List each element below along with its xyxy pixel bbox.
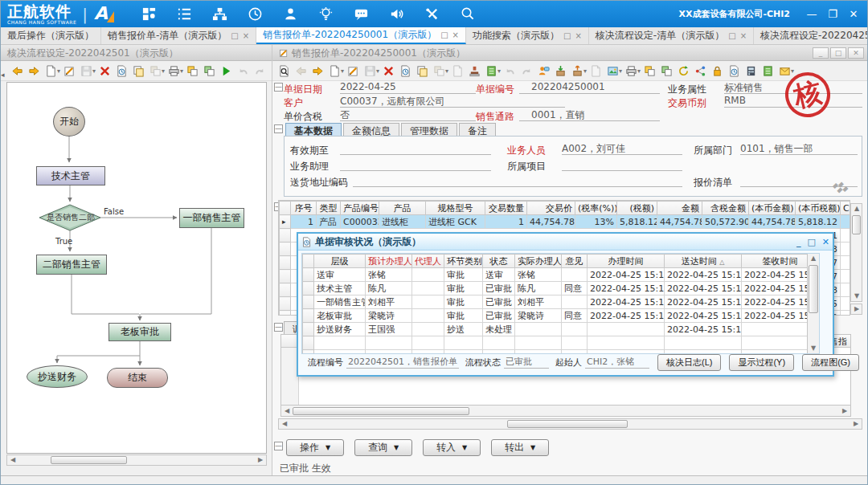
- dialog-title-bar[interactable]: 单据审核状况（演示版） _ □ ✕: [298, 234, 833, 251]
- scroll-right-icon[interactable]: ▶: [850, 419, 862, 429]
- search-icon[interactable]: [450, 4, 485, 25]
- tab-quote-document[interactable]: 销售报价单-202204250001（演示版）□×: [256, 27, 466, 44]
- tab-close-icon[interactable]: ×: [452, 31, 459, 39]
- child-close-icon[interactable]: ✕: [848, 47, 864, 59]
- tab-last-operation[interactable]: 最后操作（演示版）: [1, 27, 101, 44]
- flow-node-tech-supervisor[interactable]: 技术主管: [36, 166, 105, 185]
- panel-hscrollbar[interactable]: ◀ ▶: [278, 418, 862, 430]
- doc-no-field[interactable]: 202204250001: [531, 81, 660, 94]
- edit-icon[interactable]: [61, 63, 78, 79]
- approval-row[interactable]: 抄送财务王国强 抄送未处理 2022-04-25 15:14:21: [303, 323, 819, 336]
- scroll-left-icon[interactable]: ◀: [7, 455, 18, 465]
- share-icon[interactable]: [692, 63, 709, 79]
- flow-node-cc-finance[interactable]: 抄送财务: [27, 365, 88, 388]
- tools-icon[interactable]: [415, 4, 450, 25]
- department-field[interactable]: 0101，销售一部: [740, 142, 858, 155]
- action-button-query[interactable]: 查询▼: [354, 439, 412, 456]
- project-field[interactable]: [562, 158, 682, 171]
- collapse-lower-icon[interactable]: —: [274, 323, 283, 332]
- tab-close-icon[interactable]: ×: [575, 31, 581, 40]
- scroll-left-icon[interactable]: ◀: [279, 419, 290, 429]
- sales-channel-field[interactable]: 0001，直销: [531, 108, 660, 121]
- copy-icon[interactable]: [414, 63, 431, 79]
- calculator-icon[interactable]: [743, 63, 760, 79]
- refresh-icon[interactable]: [675, 63, 692, 79]
- history-icon[interactable]: [726, 63, 743, 79]
- scroll-right-icon[interactable]: ▶: [839, 406, 850, 416]
- task-list-icon[interactable]: [167, 4, 203, 25]
- valid-until-field[interactable]: [340, 142, 491, 155]
- edit-icon[interactable]: [345, 63, 362, 79]
- search-doc-icon[interactable]: [276, 63, 293, 79]
- link-prev-icon[interactable]: [184, 63, 201, 79]
- customer-field[interactable]: C00037，远航有限公司: [340, 95, 565, 108]
- tab-restore-icon[interactable]: □: [440, 31, 448, 39]
- panel-splitter[interactable]: ◂: [1, 67, 6, 82]
- attach-icon[interactable]: [431, 63, 448, 79]
- link-next-icon[interactable]: [201, 63, 218, 79]
- tab-close-icon[interactable]: ×: [740, 31, 747, 40]
- tab-close-icon[interactable]: ×: [243, 31, 249, 40]
- run-flow-icon[interactable]: [218, 63, 235, 79]
- scroll-thumb[interactable]: [809, 265, 818, 313]
- forward-icon[interactable]: [26, 63, 43, 79]
- show-process-button[interactable]: 显示过程(Y): [729, 354, 794, 371]
- attach-icon[interactable]: [147, 63, 164, 79]
- flow-canvas-hscrollbar[interactable]: ◀ ▶: [6, 454, 267, 466]
- dialog-vscrollbar[interactable]: ▲ ▼: [807, 254, 819, 353]
- tab-approval-flow-document[interactable]: 核决流程设定-2022042501（演示版）□×: [754, 27, 868, 44]
- maximize-button[interactable]: ❐: [822, 6, 843, 22]
- scroll-left-icon[interactable]: ◀: [281, 406, 293, 416]
- product-grid-hscroll-corner[interactable]: ▶: [850, 304, 862, 315]
- action-button-transfer-out[interactable]: 转出▼: [491, 439, 549, 456]
- tab-quote-list[interactable]: 销售报价单-清单（演示版）□×: [101, 27, 256, 44]
- approval-row[interactable]: 技术主管陈凡 审批已审批陈凡 同意2022-04-25 15:13:152022…: [303, 282, 819, 295]
- chat-icon[interactable]: [344, 4, 379, 25]
- flow-node-end[interactable]: 结束: [107, 368, 168, 388]
- salesperson-field[interactable]: A002，刘可佳: [562, 142, 682, 155]
- scroll-up-icon[interactable]: ▲: [808, 254, 819, 263]
- sort-asc-icon[interactable]: △: [719, 259, 724, 266]
- user-icon[interactable]: [273, 4, 309, 25]
- refresh-doc-icon[interactable]: [113, 63, 130, 79]
- action-button-operate[interactable]: 操作▼: [286, 439, 344, 456]
- import-box-icon[interactable]: [552, 63, 569, 79]
- dialog-minimize-icon[interactable]: _: [796, 237, 801, 247]
- copy-icon[interactable]: [130, 63, 147, 79]
- undo-icon[interactable]: [502, 63, 518, 79]
- approval-grid-header[interactable]: 层级 预计办理人 代理人 环节类别 状态 实际办理人 意见 办理时间 送达时间 …: [303, 255, 819, 268]
- scroll-up-icon[interactable]: ▲: [851, 204, 862, 214]
- save-icon[interactable]: [78, 63, 95, 79]
- approval-log-button[interactable]: 核决日志(L): [657, 354, 721, 371]
- person-message-icon[interactable]: [535, 63, 552, 79]
- tab-restore-icon[interactable]: □: [231, 31, 238, 40]
- product-row-selected[interactable]: ▸ 1产品 C000033进线柜 进线柜 GCK1 44,754.7813% 5…: [280, 215, 851, 229]
- product-grid-vscrollbar[interactable]: ▲ ▼: [850, 203, 862, 302]
- close-button[interactable]: ✕: [843, 6, 864, 22]
- scroll-right-icon[interactable]: ▶: [851, 304, 862, 314]
- product-grid-header[interactable]: 序号类型 产品编号产品 规格型号交易数量 交易价(税率(%)) (税额)金额 含…: [280, 202, 851, 215]
- clock-icon[interactable]: [238, 4, 273, 25]
- delete-icon[interactable]: [96, 63, 113, 79]
- redo-icon[interactable]: [518, 63, 535, 79]
- send-doc-icon[interactable]: [449, 63, 466, 79]
- scroll-thumb[interactable]: [293, 407, 469, 415]
- link-next-icon[interactable]: [658, 63, 675, 79]
- flow-node-dept2-sales[interactable]: 二部销售主管: [36, 255, 107, 275]
- action-button-transfer-in[interactable]: 转入▼: [423, 439, 481, 456]
- back-icon[interactable]: [293, 63, 309, 79]
- tab-approval-flow-list[interactable]: 核决流程设定-清单（演示版）□×: [589, 27, 754, 44]
- dialog-close-icon[interactable]: ✕: [822, 237, 829, 247]
- flow-node-boss-approve[interactable]: 老板审批: [108, 323, 171, 341]
- flow-chart-button[interactable]: 流程图(G): [802, 354, 859, 371]
- dialog-restore-icon[interactable]: □: [807, 237, 815, 247]
- flow-node-dept1-sales[interactable]: 一部销售主管: [179, 208, 244, 228]
- scroll-thumb[interactable]: [507, 420, 628, 428]
- apps-grid-icon[interactable]: [132, 4, 167, 25]
- child-restore-icon[interactable]: □: [830, 47, 846, 59]
- delete-icon[interactable]: [380, 63, 397, 79]
- approval-row[interactable]: 送审张铭 审批送审张铭 2022-04-25 15:12:342022-04-2…: [303, 268, 819, 282]
- minimize-button[interactable]: —: [801, 6, 822, 22]
- approval-row[interactable]: 一部销售主管刘相平 审批已审批刘相平 2022-04-25 15:13:3920…: [303, 295, 819, 309]
- back-icon[interactable]: [9, 63, 26, 79]
